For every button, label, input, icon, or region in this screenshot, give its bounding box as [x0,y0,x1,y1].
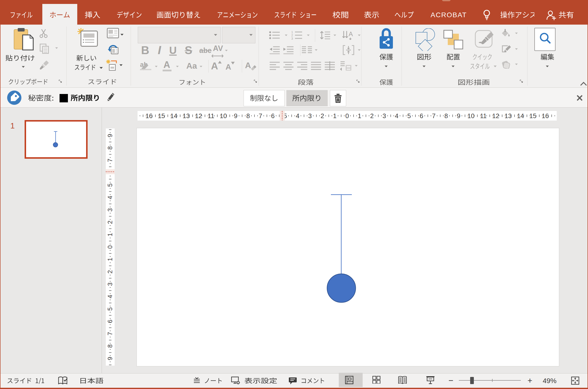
svg-text:4: 4 [107,196,113,199]
svg-text:12: 12 [195,112,202,120]
svg-text:3: 3 [291,37,293,40]
svg-text:11: 11 [480,112,487,120]
svg-text:1: 1 [107,233,113,236]
svg-text:3: 3 [383,112,386,120]
svg-text:0: 0 [107,245,113,249]
svg-text:2: 2 [107,270,113,274]
svg-text:10: 10 [220,112,227,120]
svg-text:9: 9 [234,112,237,120]
svg-text:13: 13 [183,112,190,120]
svg-text:3: 3 [107,208,113,212]
svg-text:1: 1 [291,31,293,34]
svg-text:5: 5 [107,307,113,311]
svg-text:2: 2 [370,112,373,120]
svg-text:4: 4 [107,295,113,298]
svg-text:16: 16 [542,112,549,120]
svg-text:5: 5 [107,183,113,187]
svg-text:9: 9 [107,134,113,137]
svg-text:10: 10 [467,112,475,120]
svg-text:2: 2 [321,112,324,120]
svg-text:8: 8 [107,146,113,150]
svg-text:14: 14 [170,112,177,120]
svg-text:15: 15 [158,112,165,120]
svg-text:7: 7 [107,332,113,335]
svg-text:7: 7 [432,112,435,120]
svg-text:6: 6 [271,112,275,120]
svg-text:15: 15 [529,112,536,120]
svg-text:9: 9 [107,357,113,360]
svg-text:8: 8 [444,112,448,120]
svg-text:4: 4 [296,112,299,120]
svg-text:A: A [349,30,353,38]
svg-text:1: 1 [333,112,336,120]
svg-text:0: 0 [345,112,349,120]
svg-text:5: 5 [407,112,411,120]
svg-text:1: 1 [107,258,113,261]
svg-text:11: 11 [208,112,214,120]
svg-text:14: 14 [517,112,524,120]
svg-text:2: 2 [107,221,113,224]
svg-text:8: 8 [107,344,113,348]
svg-text:16: 16 [145,112,153,120]
svg-text:3: 3 [308,112,312,120]
svg-text:1: 1 [358,112,361,120]
svg-text:4: 4 [395,112,398,120]
svg-text:3: 3 [107,283,113,286]
svg-text:9: 9 [457,112,460,120]
svg-text:6: 6 [420,112,423,120]
svg-text:12: 12 [492,112,499,120]
svg-text:7: 7 [259,112,262,120]
svg-text:7: 7 [107,159,113,162]
svg-text:6: 6 [107,320,113,323]
svg-text:2: 2 [291,34,293,37]
svg-text:13: 13 [505,112,512,120]
svg-text:8: 8 [246,112,250,120]
